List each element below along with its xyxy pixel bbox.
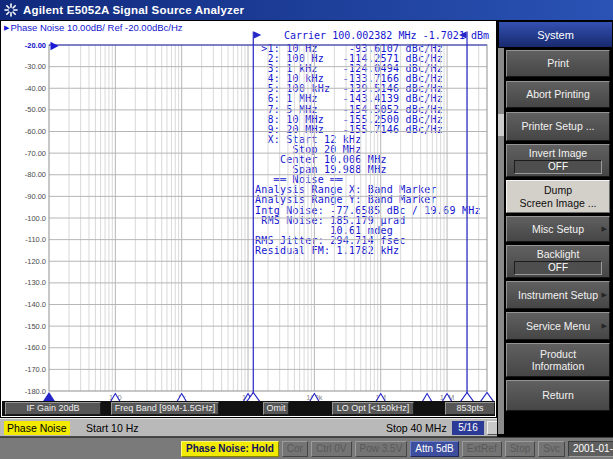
instrument-status-bar: Phase Noise: HoldCorCtrl 0VPow 3.5VAttn … [0, 437, 613, 459]
softkey-dump[interactable]: DumpScreen Image ... [506, 180, 610, 213]
softkey-printer-setup[interactable]: Printer Setup ... [506, 112, 610, 141]
svg-text:-90.00: -90.00 [25, 192, 46, 201]
title-bar: Agilent E5052A Signal Source Analyzer [0, 0, 613, 20]
svg-text:-50.00: -50.00 [25, 105, 46, 114]
status-stop: Stop [505, 441, 536, 457]
status-cor: Cor [282, 441, 308, 457]
carrier-power: -1.7021 dBm [423, 30, 489, 41]
if-bar-freq-band-99m-1-5ghz[interactable]: Freq Band [99M-1.5GHz] [111, 402, 219, 415]
softkey-misc-setup[interactable]: Misc Setup▶ [506, 216, 610, 242]
agilent-spark-icon [4, 3, 18, 17]
if-bar-if-gain-20db[interactable]: IF Gain 20dB [5, 402, 101, 415]
svg-text:-150.0: -150.0 [25, 322, 46, 331]
svg-text:-110.0: -110.0 [25, 235, 46, 244]
svg-text:-60.00: -60.00 [25, 127, 46, 136]
sweep-stop-label: Stop 40 MHz [386, 422, 447, 434]
status-extref: ExtRef [462, 441, 502, 457]
softkey-label: Information [532, 360, 585, 373]
softkey-label: Instrument Setup [518, 289, 598, 302]
phase-noise-graph-window: ▶Phase Noise 10.00dB/ Ref -20.00dBc/Hz C… [0, 20, 497, 418]
softkey-scrollbar[interactable] [498, 48, 504, 434]
sweep-start-label: Start 10 Hz [86, 422, 139, 434]
softkey-label: Print [547, 57, 569, 70]
chevron-right-icon: ▶ [602, 223, 607, 236]
if-bar-853pts[interactable]: 853pts [445, 402, 495, 415]
chevron-right-icon: ▶ [602, 320, 607, 333]
softkey-label: Screen Image ... [519, 197, 596, 210]
softkey-label: Return [542, 389, 574, 402]
svg-text:-180.0: -180.0 [25, 387, 46, 396]
softkey-label: Misc Setup [532, 223, 584, 236]
softkey-return[interactable]: Return [506, 380, 610, 411]
reference-level-pointer-icon [51, 42, 59, 50]
softkey-label: Product [540, 348, 576, 361]
trace-scale-label: Phase Noise 10.00dB/ Ref -20.00dBc/Hz [10, 22, 182, 33]
svg-text:-20.00: -20.00 [25, 41, 46, 50]
softkey-scrollbar-thumb[interactable] [498, 114, 504, 136]
if-bar-lo-opt-150khz[interactable]: LO Opt [<150kHz] [332, 402, 414, 415]
window-title: Agilent E5052A Signal Source Analyzer [23, 4, 244, 16]
status-svc: Svc [538, 441, 565, 457]
softkey-sidebar: System PrintAbort PrintingPrinter Setup … [497, 20, 613, 437]
softkey-label: Service Menu [526, 320, 590, 333]
trace-header: ▶Phase Noise 10.00dB/ Ref -20.00dBc/Hz [4, 22, 183, 33]
softkey-toggle-value: OFF [514, 261, 602, 275]
softkey-invert-image[interactable]: Invert ImageOFF [506, 144, 610, 177]
softkey-label: Dump [544, 184, 572, 197]
marker-table: >1: 10 Hz -93.6107 dBc/Hz 2: 100 Hz -114… [255, 44, 481, 256]
svg-text:-40.00: -40.00 [25, 84, 46, 93]
chevron-right-icon: ▶ [602, 289, 607, 302]
softkey-service-menu[interactable]: Service Menu▶ [506, 312, 610, 340]
softkey-product[interactable]: ProductInformation [506, 343, 610, 377]
status-pow-3-5v: Pow 3.5V [355, 441, 408, 457]
status-phase-noise-hold: Phase Noise: Hold [181, 441, 279, 457]
svg-text:-120.0: -120.0 [25, 257, 46, 266]
softkey-label: Printer Setup ... [522, 120, 595, 133]
svg-text:-170.0: -170.0 [25, 365, 46, 374]
instrument-screen: Agilent E5052A Signal Source Analyzer ▶P… [0, 0, 613, 459]
svg-text:-160.0: -160.0 [25, 343, 46, 352]
status-attn-5db: Attn 5dB [410, 441, 458, 457]
softkey-toggle-value: OFF [514, 160, 602, 174]
softkey-backlight[interactable]: BacklightOFF [506, 245, 610, 278]
softkey-menu-header: System [499, 22, 612, 47]
carrier-frequency: Carrier 100.002382 MHz [284, 30, 416, 41]
svg-text:-80.00: -80.00 [25, 170, 46, 179]
if-bar-omit[interactable]: Omit [263, 402, 289, 415]
sweep-status-bar: Phase Noise Start 10 Hz Stop 40 MHz 5/16 [0, 418, 570, 437]
trace-marker-icon: ▶ [4, 24, 9, 31]
svg-text:-140.0: -140.0 [25, 300, 46, 309]
svg-text:-30.00: -30.00 [25, 62, 46, 71]
status-2001-01-20-02-21: 2001-01-20 02:21 [568, 441, 613, 457]
y-axis-labels: -20.00-30.00-40.00-50.00-60.00-70.00-80.… [25, 41, 46, 396]
svg-text:-130.0: -130.0 [25, 278, 46, 287]
softkey-print[interactable]: Print [506, 50, 610, 77]
status-ctrl-0v: Ctrl 0V [311, 441, 352, 457]
softkey-label: Abort Printing [526, 88, 590, 101]
softkey-label: Invert Image [529, 147, 587, 160]
svg-text:-70.00: -70.00 [25, 149, 46, 158]
svg-text:-100.0: -100.0 [25, 214, 46, 223]
softkey-label: Backlight [537, 248, 580, 261]
segment-indicator: 5/16 [452, 421, 484, 435]
if-status-bar: IF Gain 20dBFreq Band [99M-1.5GHz]OmitLO… [2, 401, 495, 416]
softkey-instrument-setup[interactable]: Instrument Setup▶ [506, 281, 610, 309]
measurement-mode-chip: Phase Noise [4, 421, 70, 435]
softkey-abort-printing[interactable]: Abort Printing [506, 81, 610, 108]
